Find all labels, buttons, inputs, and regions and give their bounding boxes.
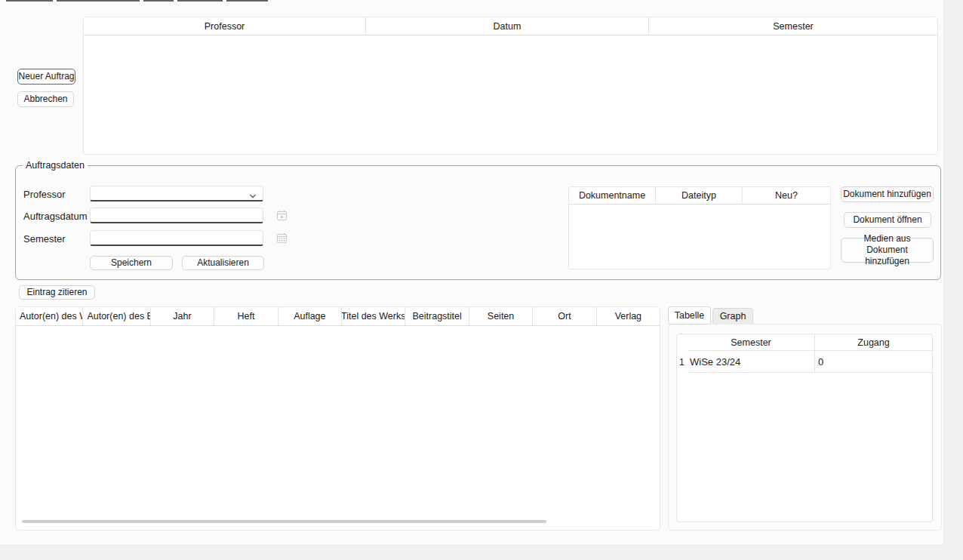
tab-graph-label: Graph [720,311,746,322]
save-button[interactable]: Speichern [90,256,173,270]
cite-entry-button-label: Eintrag zitieren [26,287,87,298]
tab-graph[interactable]: Graph [712,308,753,325]
new-order-button[interactable]: Neuer Auftrag [17,69,75,85]
orders-table: Professor Datum Semester [83,17,938,155]
open-document-button-label: Dokument öffnen [853,214,921,226]
cancel-button-label: Abbrechen [23,94,67,105]
citations-column-contribution-title[interactable]: Beitragstitel [405,307,468,325]
documents-column-filetype[interactable]: Dateityp [655,187,742,204]
new-order-button-label: Neuer Auftrag [18,71,74,82]
stats-column-zugang[interactable]: Zugang [815,334,932,351]
refresh-button[interactable]: Aktualisieren [182,256,264,270]
order-form-groupbox: Auftragsdaten Professor Auftragsdatum Se… [15,165,941,280]
professor-combobox[interactable] [90,186,263,202]
tab-tabelle-label: Tabelle [675,310,705,321]
semester-input[interactable] [90,230,263,246]
orders-table-body [84,35,937,155]
citations-column-year[interactable]: Jahr [150,307,214,325]
order-date-label: Auftragsdatum [23,211,88,223]
orders-table-header: Professor Datum Semester [84,17,937,35]
stats-cell-zugang[interactable]: 0 [815,351,932,373]
citations-table: Autor(en) des Werks Autor(en) des Beitra… [15,306,660,531]
refresh-button-label: Aktualisieren [197,257,249,269]
calendar-grid-icon[interactable] [276,232,288,247]
orders-column-professor[interactable]: Professor [84,17,365,35]
citations-column-work-authors[interactable]: Autor(en) des Werks [16,307,82,325]
window-top-edge-segment [177,0,223,2]
order-date-input[interactable] [90,208,263,223]
save-button-label: Speichern [111,257,152,269]
documents-table-header: Dokumentname Dateityp Neu? [569,187,830,205]
citations-column-contribution-authors[interactable]: Autor(en) des Beitrags [82,307,149,325]
add-media-from-document-button-label: Medien aus Dokument hinzufügen [844,233,931,267]
cite-entry-button[interactable]: Eintrag zitieren [19,285,95,300]
stats-cell-semester[interactable]: WiSe 23/24 [688,351,815,373]
window-top-edge-segment [143,0,174,2]
documents-column-new[interactable]: Neu? [742,187,830,204]
stats-row-number[interactable]: 1 [679,351,688,373]
calendar-today-icon[interactable] [276,210,288,224]
semester-stats-table: Semester Zugang 1 WiSe 23/24 0 [676,334,933,522]
cancel-button[interactable]: Abbrechen [17,91,74,107]
orders-column-datum[interactable]: Datum [365,17,648,35]
tab-tabelle[interactable]: Tabelle [668,306,711,325]
documents-table: Dokumentname Dateityp Neu? [568,186,831,269]
stats-tab-panel: Semester Zugang 1 WiSe 23/24 0 [668,324,942,531]
citations-column-work-title[interactable]: Titel des Werks [341,307,405,325]
open-document-button[interactable]: Dokument öffnen [844,212,931,228]
add-document-button-label: Dokument hinzufügen [843,189,931,200]
citations-column-pages[interactable]: Seiten [469,307,532,325]
window-top-edge-segment [226,0,268,2]
citations-table-body [16,326,660,526]
window-top-edge-segment [6,0,53,2]
screen: { "colors": { "window_bg": "#fbfbfb", "d… [0,0,963,560]
add-media-from-document-button[interactable]: Medien aus Dokument hinzufügen [841,238,934,263]
professor-label: Professor [23,189,66,201]
add-document-button[interactable]: Dokument hinzufügen [841,186,934,202]
citations-column-edition[interactable]: Auflage [278,307,341,325]
orders-column-semester[interactable]: Semester [648,17,937,35]
semester-label: Semester [23,233,66,245]
citations-table-header: Autor(en) des Werks Autor(en) des Beitra… [16,307,660,326]
app-window: Professor Datum Semester Neuer Auftrag A… [0,0,944,546]
documents-table-body [569,205,830,269]
horizontal-scrollbar-thumb[interactable] [22,520,546,523]
order-form-title: Auftragsdaten [23,159,88,171]
citations-column-publisher[interactable]: Verlag [596,307,660,325]
window-top-edge-segment [57,0,140,2]
stats-column-semester[interactable]: Semester [688,334,815,351]
chevron-down-icon [248,190,257,204]
citations-column-issue[interactable]: Heft [214,307,277,325]
citations-column-place[interactable]: Ort [532,307,595,325]
documents-column-name[interactable]: Dokumentname [569,187,655,204]
